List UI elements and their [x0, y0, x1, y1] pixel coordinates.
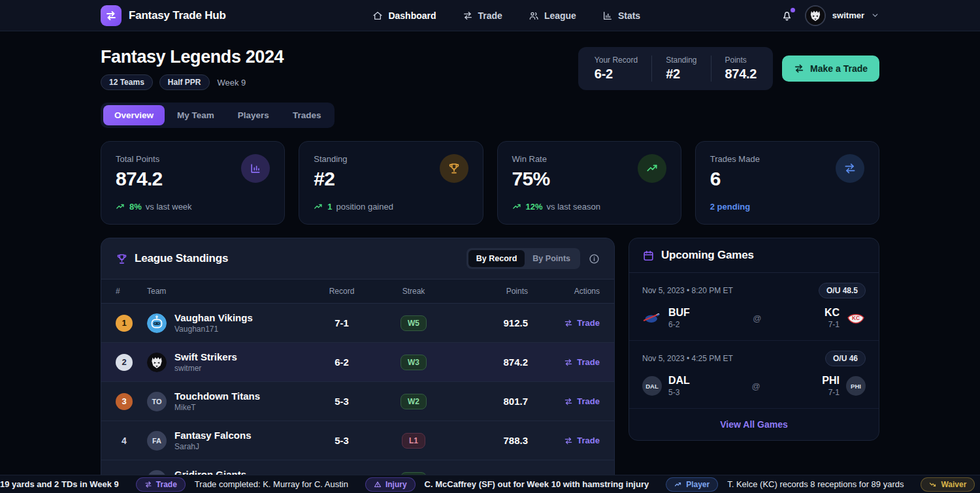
- sort-toggle: By Record By Points: [466, 248, 580, 269]
- points-value: 788.3: [449, 435, 528, 446]
- notification-dot: [791, 8, 795, 12]
- away-team: DAL DAL 5-3: [642, 375, 690, 397]
- standings-row-4[interactable]: 4 FA Fantasy Falcons SarahJ 5-3 L1 788.3…: [101, 421, 614, 460]
- page-header: Fantasy Legends 2024 12 Teams Half PPR W…: [101, 47, 879, 90]
- trending-up-icon: [116, 202, 125, 212]
- trending-down-icon: [929, 481, 937, 488]
- record-summary-points: Points 874.2: [711, 56, 771, 82]
- user-avatar: [805, 5, 826, 26]
- home-icon: [372, 10, 383, 21]
- chevron-down-icon: [871, 11, 879, 20]
- toggle-by-record[interactable]: By Record: [468, 250, 525, 267]
- info-icon[interactable]: [589, 253, 600, 264]
- rank-badge: 3: [116, 393, 133, 410]
- ticker-item-trade: Trade Trade completed: K. Murray for C. …: [136, 477, 348, 492]
- tab-players[interactable]: Players: [227, 105, 280, 125]
- notifications-button[interactable]: [781, 9, 793, 22]
- nav-item-dashboard[interactable]: Dashboard: [372, 10, 436, 21]
- tab-my-team[interactable]: My Team: [166, 105, 225, 125]
- nav-item-league[interactable]: League: [529, 10, 576, 21]
- team-name: Touchdown Titans: [174, 390, 260, 402]
- streak-badge: L1: [402, 433, 425, 449]
- nav-item-trade[interactable]: Trade: [463, 10, 502, 21]
- game-row-2[interactable]: Nov 5, 2023 • 4:25 PM ET O/U 46 DAL DAL …: [629, 340, 879, 408]
- game-row-1[interactable]: Nov 5, 2023 • 8:20 PM ET O/U 48.5 BUF 6-…: [629, 273, 879, 340]
- toggle-by-points[interactable]: By Points: [525, 250, 578, 267]
- ticker-item-player: Player T. Kelce (KC) records 8 reception…: [666, 477, 904, 492]
- standings-row-3[interactable]: 3 TO Touchdown Titans MikeT 5-3 W2 801.7…: [101, 382, 614, 421]
- tab-overview[interactable]: Overview: [103, 105, 165, 125]
- trending-up-icon: [674, 481, 682, 488]
- record-value: 5-3: [306, 435, 378, 446]
- swap-arrows-icon: [794, 63, 804, 74]
- standings-row-2[interactable]: 2 Swift Strikers switmer 6-2 W3 874.2: [101, 343, 614, 382]
- game-date: Nov 5, 2023 • 8:20 PM ET: [642, 286, 733, 295]
- record-summary: Your Record 6-2 Standing #2 Points 874.2: [578, 47, 773, 90]
- owner-name: SarahJ: [174, 442, 252, 451]
- nav-item-stats[interactable]: Stats: [602, 10, 640, 21]
- points-value: 801.7: [449, 396, 528, 407]
- injury-badge: Injury: [365, 477, 416, 492]
- bar-chart-icon: [241, 154, 270, 183]
- user-menu[interactable]: switmer: [805, 5, 879, 26]
- team-avatar-robot: [147, 313, 167, 333]
- calendar-icon: [642, 249, 655, 262]
- trending-up-icon: [512, 202, 522, 212]
- over-under-badge: O/U 48.5: [819, 283, 866, 298]
- standings-row-1[interactable]: 1 Vaughan Vikings Vaughan171 7-1 W5 912.…: [101, 304, 614, 343]
- team-avatar-mascot: [147, 353, 167, 372]
- team-name: Vaughan Vikings: [174, 312, 253, 323]
- team-avatar-initials: FA: [147, 431, 167, 451]
- games-title: Upcoming Games: [661, 249, 754, 262]
- streak-badge: W3: [400, 355, 427, 370]
- ticker-text: C. McCaffrey (SF) out for Week 10 with h…: [425, 479, 649, 489]
- record-value: 7-1: [306, 317, 378, 328]
- news-ticker[interactable]: 19 yards and 2 TDs in Week 9 Trade Trade…: [0, 475, 980, 493]
- standings-title: League Standings: [135, 252, 228, 265]
- rank-badge: 2: [116, 354, 133, 371]
- team-abbr: DAL: [668, 375, 690, 387]
- ticker-item-waiver: Waiver D. Hopkins claimed off waivers: [921, 477, 980, 492]
- swap-arrows-icon: [564, 436, 573, 445]
- brand[interactable]: Fantasy Trade Hub: [101, 5, 226, 26]
- bills-logo: [642, 308, 662, 328]
- team-abbr: KC: [825, 307, 840, 319]
- home-team: PHI 7-1 PHI: [822, 375, 866, 397]
- view-all-games-link[interactable]: View All Games: [720, 419, 788, 430]
- make-a-trade-button[interactable]: Make a Trade: [782, 56, 879, 82]
- ticker-item-injury: Injury C. McCaffrey (SF) out for Week 10…: [365, 477, 649, 492]
- view-tabs: Overview My Team Players Trades: [101, 103, 335, 128]
- trade-badge: Trade: [136, 477, 186, 492]
- team-abbr: PHI: [822, 375, 840, 387]
- player-badge: Player: [666, 477, 718, 492]
- trophy-icon: [440, 154, 468, 183]
- points-value: 912.5: [449, 317, 528, 328]
- league-standings-panel: League Standings By Record By Points # T…: [101, 238, 615, 493]
- bar-chart-icon: [602, 10, 613, 21]
- rank-label: 4: [116, 432, 133, 449]
- team-record: 7-1: [822, 388, 840, 397]
- tab-trades[interactable]: Trades: [282, 105, 333, 125]
- trade-link[interactable]: Trade: [564, 396, 600, 406]
- trade-link[interactable]: Trade: [564, 436, 600, 445]
- record-summary-standing: Standing #2: [651, 56, 710, 82]
- swap-arrows-icon: [564, 397, 573, 406]
- owner-name: Vaughan171: [174, 325, 253, 334]
- points-value: 874.2: [449, 357, 528, 368]
- badge-scoring-format: Half PPR: [159, 74, 210, 90]
- streak-badge: W2: [400, 394, 427, 409]
- owner-name: MikeT: [174, 403, 260, 412]
- pending-trades-link[interactable]: 2 pending: [710, 202, 864, 212]
- at-symbol: @: [752, 381, 760, 391]
- team-record: 7-1: [825, 320, 840, 329]
- username: switmer: [832, 10, 864, 20]
- trending-up-icon: [638, 154, 666, 183]
- team-abbr: BUF: [668, 307, 690, 319]
- rank-badge: 1: [116, 315, 133, 332]
- team-name: Fantasy Falcons: [174, 430, 252, 441]
- trade-link[interactable]: Trade: [564, 318, 600, 328]
- home-team: KC 7-1 KC: [825, 307, 866, 329]
- trade-link[interactable]: Trade: [564, 357, 600, 367]
- upcoming-games-panel: Upcoming Games Nov 5, 2023 • 8:20 PM ET …: [629, 238, 879, 441]
- chiefs-logo: KC: [846, 308, 866, 328]
